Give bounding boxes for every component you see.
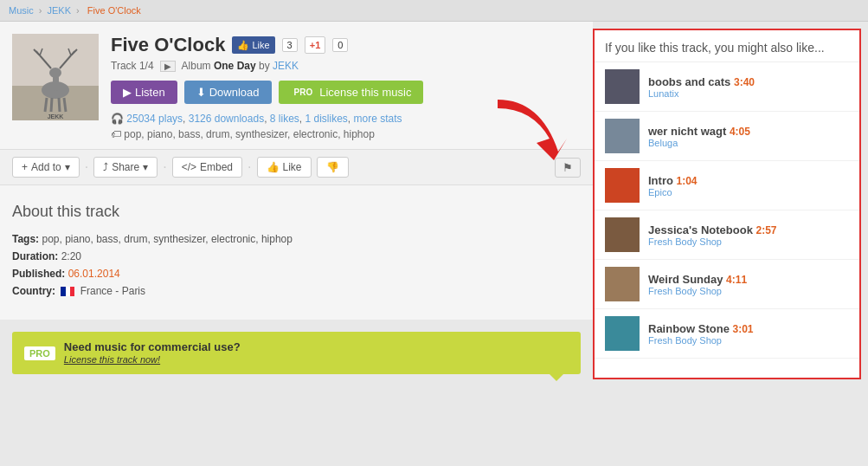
sidebar-item[interactable]: Rainbow Stone 3:01Fresh Body Shop <box>595 309 859 359</box>
share-chevron: ▾ <box>143 161 148 173</box>
sidebar-track-name: wer nicht wagt 4:05 <box>648 125 849 138</box>
dislikes-link[interactable]: 1 dislikes <box>305 113 348 125</box>
track-name-text: boobs and cats <box>648 75 734 88</box>
plays-link[interactable]: 25034 plays <box>126 113 183 125</box>
about-duration-row: Duration: 2:20 <box>12 250 581 262</box>
track-title: Five O'Clock <box>111 34 225 56</box>
embed-button[interactable]: </> Embed <box>172 157 242 178</box>
svg-rect-20 <box>66 287 70 296</box>
sidebar-item[interactable]: Weird Sunday 4:11Fresh Body Shop <box>595 260 859 309</box>
track-name-text: Jessica's Notebook <box>648 223 755 236</box>
sidebar-track-info: Jessica's Notebook 2:57Fresh Body Shop <box>648 223 849 247</box>
svg-line-15 <box>51 98 52 112</box>
sidebar-artist: Beluga <box>648 138 849 148</box>
thumbs-up-icon: 👍 <box>267 161 280 173</box>
share-icon: ⤴ <box>103 161 108 173</box>
breadcrumb-current: Five O'Clock <box>87 5 141 16</box>
sidebar-track-info: Intro 1:04Epico <box>648 174 849 197</box>
sidebar-item[interactable]: wer nicht wagt 4:05Beluga <box>595 112 859 161</box>
download-button[interactable]: ⬇ Download <box>184 81 272 104</box>
breadcrumb-sep1: › <box>39 5 42 16</box>
sidebar-thumb <box>605 267 640 301</box>
sidebar-item[interactable]: Jessica's Notebook 2:57Fresh Body Shop <box>595 210 859 260</box>
about-section: About this track Tags: pop, piano, bass,… <box>0 185 593 320</box>
svg-line-14 <box>45 98 47 112</box>
sidebar-track-info: Weird Sunday 4:11Fresh Body Shop <box>648 273 849 296</box>
play-icon: ▶ <box>123 86 132 99</box>
listen-button[interactable]: ▶ Listen <box>111 81 177 104</box>
right-sidebar: If you like this track, you might also l… <box>593 29 861 379</box>
artist-link[interactable]: JEKK <box>273 60 299 72</box>
track-name-text: Rainbow Stone <box>648 322 733 335</box>
sidebar-track-name: Rainbow Stone 3:01 <box>648 322 849 335</box>
breadcrumb-music[interactable]: Music <box>9 5 34 16</box>
svg-text:JEKK: JEKK <box>48 113 64 120</box>
sidebar-track-name: boobs and cats 3:40 <box>648 75 849 88</box>
sidebar-title: If you like this track, you might also l… <box>595 30 859 62</box>
svg-line-17 <box>64 98 66 112</box>
like-label: Like <box>283 161 302 173</box>
pro-banner-main-text: Need music for commercial use? <box>64 340 241 353</box>
sidebar-artist: Lunatix <box>648 88 849 99</box>
dislike-button[interactable]: 👎 <box>317 157 349 178</box>
pro-banner-link[interactable]: License this track now! <box>64 354 160 365</box>
album-art: JEKK <box>12 34 99 120</box>
sidebar-artist: Fresh Body Shop <box>648 236 849 247</box>
listen-label: Listen <box>135 86 165 99</box>
pro-banner-badge: PRO <box>24 346 55 360</box>
sidebar-artist: Fresh Body Shop <box>648 335 849 346</box>
sidebar-thumb <box>605 119 640 153</box>
track-duration: 4:11 <box>726 274 747 286</box>
track-meta: Track 1/4 ▶ Album One Day by JEKK <box>111 60 581 72</box>
add-to-chevron: ▾ <box>65 161 70 173</box>
track-name-text: wer nicht wagt <box>648 125 730 138</box>
license-label: License this music <box>319 86 411 99</box>
about-duration-label: Duration: <box>12 250 58 262</box>
sidebar-track-name: Weird Sunday 4:11 <box>648 273 849 286</box>
plus-icon: + <box>22 161 28 173</box>
about-country-value: France - Paris <box>80 285 145 297</box>
red-arrow-icon <box>489 91 575 169</box>
tags-text: pop, piano, bass, drum, synthesizer, ele… <box>124 128 375 140</box>
artist-by: by <box>259 60 270 72</box>
about-tags-row: Tags: pop, piano, bass, drum, synthesize… <box>12 233 581 245</box>
breadcrumb: Music › JEKK › Five O'Clock <box>0 0 868 22</box>
more-stats-link[interactable]: more stats <box>354 113 402 125</box>
track-duration: 4:05 <box>730 126 750 138</box>
sidebar-track-info: Rainbow Stone 3:01Fresh Body Shop <box>648 322 849 346</box>
pro-banner[interactable]: PRO Need music for commercial use? Licen… <box>12 332 581 374</box>
sidebar-thumb <box>605 69 640 104</box>
add-to-button[interactable]: + Add to ▾ <box>12 157 80 178</box>
sidebar-item[interactable]: boobs and cats 3:40Lunatix <box>595 62 859 112</box>
track-number: Track 1/4 <box>111 60 154 72</box>
track-nav-arrow[interactable]: ▶ <box>160 61 176 72</box>
gplus-button[interactable]: +1 <box>305 36 326 54</box>
track-name-text: Intro <box>648 174 677 187</box>
about-published-label: Published: <box>12 268 65 280</box>
fb-like-button[interactable]: 👍 Like <box>232 36 274 54</box>
sidebar-thumb <box>605 168 640 203</box>
pro-banner-text: Need music for commercial use? License t… <box>64 340 241 366</box>
add-to-label: Add to <box>31 161 61 173</box>
download-label: Download <box>209 86 260 99</box>
about-duration-value: 2:20 <box>61 250 81 262</box>
sidebar-artist: Fresh Body Shop <box>648 286 849 296</box>
breadcrumb-jekk[interactable]: JEKK <box>48 5 72 16</box>
about-published-value[interactable]: 06.01.2014 <box>68 268 120 280</box>
fb-thumb-icon: 👍 <box>237 40 249 51</box>
sidebar-thumb <box>605 316 640 351</box>
like-button[interactable]: 👍 Like <box>257 157 312 178</box>
sidebar-item[interactable]: Intro 1:04Epico <box>595 161 859 210</box>
album-label: Album <box>182 60 211 72</box>
download-icon: ⬇ <box>196 86 206 99</box>
license-button[interactable]: PRO License this music <box>279 81 424 104</box>
downloads-link[interactable]: 3126 downloads <box>189 113 264 125</box>
about-country-label: Country: <box>12 285 55 297</box>
album-name: One Day <box>214 60 256 72</box>
share-button[interactable]: ⤴ Share ▾ <box>93 157 158 178</box>
svg-rect-19 <box>61 287 66 296</box>
svg-point-5 <box>49 68 61 78</box>
embed-icon: </> <box>182 161 196 173</box>
likes-link[interactable]: 8 likes <box>270 113 299 125</box>
track-name-text: Weird Sunday <box>648 273 726 286</box>
